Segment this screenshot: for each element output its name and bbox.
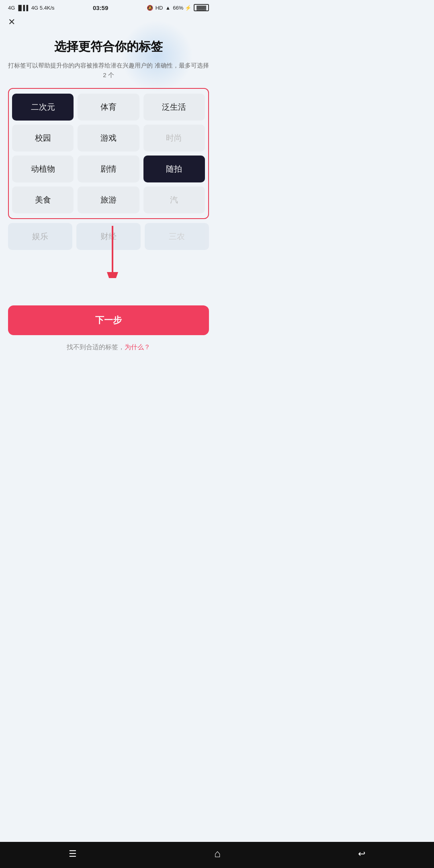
tag-meiShi[interactable]: 美食 <box>12 186 74 213</box>
tag-grid-extra: 娱乐 财经 三农 <box>8 223 209 250</box>
tag-xiaoYuan[interactable]: 校园 <box>12 125 74 151</box>
tag-grid: 二次元 体育 泛生活 校园 游戏 时尚 动植物 剧情 随拍 美食 旅游 汽 <box>12 94 205 213</box>
tag-overflow1[interactable]: 汽 <box>143 186 205 213</box>
status-bar: 4G ▐▌▌▌ 4G 5.4K/s 03:59 🔕 HD ▲ 66% ⚡ ▓▓▓ <box>0 0 217 14</box>
alarm-icon: 🔕 <box>147 5 153 11</box>
hint-static: 找不到合适的标签， <box>67 344 125 350</box>
tag-tiYu[interactable]: 体育 <box>78 94 139 121</box>
battery-icon: ▓▓▓ <box>194 4 209 11</box>
page-subtitle: 打标签可以帮助提升你的内容被推荐给潜在兴趣用户的 准确性，最多可选择 2 个 <box>8 61 209 80</box>
tag-lvYou[interactable]: 旅游 <box>78 186 139 213</box>
tag-juQing[interactable]: 剧情 <box>78 156 139 182</box>
battery-label: 66% ⚡ <box>173 5 191 11</box>
tag-youXi[interactable]: 游戏 <box>78 125 139 151</box>
status-right: 🔕 HD ▲ 66% ⚡ ▓▓▓ <box>147 4 209 11</box>
hd-label: HD <box>156 5 163 11</box>
tag-dongZhiWu[interactable]: 动植物 <box>12 156 74 182</box>
speed-label: 4G 5.4K/s <box>31 5 55 11</box>
tag-sanNong[interactable]: 三农 <box>145 223 209 250</box>
page-title: 选择更符合你的标签 <box>8 39 209 55</box>
tag-yule[interactable]: 娱乐 <box>8 223 72 250</box>
tag-caijing[interactable]: 财经 <box>76 223 141 250</box>
status-time: 03:59 <box>93 4 108 11</box>
arrow-container <box>8 250 209 298</box>
close-button[interactable]: ✕ <box>8 18 15 27</box>
tag-grid-wrapper: 二次元 体育 泛生活 校园 游戏 时尚 动植物 剧情 随拍 美食 旅游 汽 <box>8 88 209 219</box>
hint-text: 找不到合适的标签，为什么？ <box>8 343 209 352</box>
next-button[interactable]: 下一步 <box>8 305 209 335</box>
signal-icon: 4G ▐▌▌▌ <box>8 5 30 11</box>
wifi-icon: ▲ <box>165 5 170 11</box>
tag-fanShengHuo[interactable]: 泛生活 <box>143 94 205 121</box>
tag-suiPai[interactable]: 随拍 <box>143 156 205 182</box>
hint-link[interactable]: 为什么？ <box>125 344 150 350</box>
tag-erciYuan[interactable]: 二次元 <box>12 94 74 121</box>
status-left: 4G ▐▌▌▌ 4G 5.4K/s <box>8 5 55 11</box>
tag-shiShang[interactable]: 时尚 <box>143 125 205 151</box>
main-content: ✕ 选择更符合你的标签 打标签可以帮助提升你的内容被推荐给潜在兴趣用户的 准确性… <box>0 14 217 352</box>
